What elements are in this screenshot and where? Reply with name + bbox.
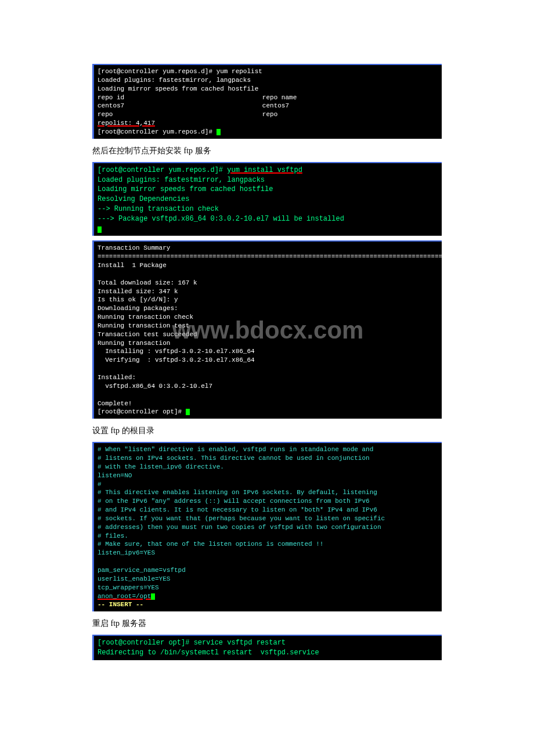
terminal-line: repo id repo name status xyxy=(98,94,442,101)
terminal-line: listen_ipv6=YES xyxy=(98,549,155,556)
terminal-line: [root@controller opt]# xyxy=(98,408,186,415)
narration-text: 然后在控制节点开始安装 ftp 服务 xyxy=(92,146,442,156)
terminal-line: vsftpd.x86_64 0:3.0.2-10.el7 xyxy=(98,383,212,390)
terminal-block-transaction: Transaction Summary ====================… xyxy=(92,240,442,419)
terminal-line: Loading mirror speeds from cached hostfi… xyxy=(98,85,258,92)
document-page: [root@controller yum.repos.d]# yum repol… xyxy=(0,0,534,688)
terminal-line: Complete! xyxy=(98,400,132,407)
terminal-block-install: [root@controller yum.repos.d]# yum insta… xyxy=(92,162,442,236)
terminal-line: [root@controller yum.repos.d]# yum repol… xyxy=(98,68,262,75)
terminal-line: # on the IPv6 "any" address (::) will ac… xyxy=(98,498,370,505)
terminal-line: [root@controller yum.repos.d]# yum insta… xyxy=(98,166,302,174)
terminal-line: Total download size: 167 k xyxy=(98,279,197,286)
terminal-line: Loaded plugins: fastestmirror, langpacks xyxy=(98,77,251,84)
terminal-line: tcp_wrappers=YES xyxy=(98,584,159,591)
terminal-line: ========================================… xyxy=(98,253,442,260)
terminal-line: Transaction test succeeded xyxy=(98,331,197,338)
terminal-line: # Make sure, that one of the listen opti… xyxy=(98,541,323,548)
terminal-line: # addresses) then you must run two copie… xyxy=(98,524,381,531)
terminal-line: anon_root=/opt xyxy=(98,593,151,600)
cursor-icon xyxy=(98,226,102,233)
terminal-line: Installed: xyxy=(98,374,136,381)
terminal-line: # When "listen" directive is enabled, vs… xyxy=(98,446,373,453)
cursor-icon xyxy=(151,593,155,600)
terminal-line: # sockets. If you want that (perhaps bec… xyxy=(98,515,385,522)
watermark-text: www.bdocx.com xyxy=(172,314,364,347)
terminal-block-repolist: [root@controller yum.repos.d]# yum repol… xyxy=(92,64,442,139)
cursor-icon xyxy=(186,409,190,415)
terminal-line: repo repo 694 xyxy=(98,111,442,118)
terminal-line: Running transaction test xyxy=(98,322,189,329)
terminal-line: # with the listen_ipv6 directive. xyxy=(98,463,224,470)
terminal-line: [root@controller opt]# service vsftpd re… xyxy=(98,639,286,647)
cursor-icon xyxy=(217,129,221,135)
terminal-line: centos7 centos7 3,723 xyxy=(98,102,442,109)
terminal-line: Loaded plugins: fastestmirror, langpacks xyxy=(98,176,265,184)
terminal-line: Verifying : vsftpd-3.0.2-10.el7.x86_64 1… xyxy=(98,357,442,363)
terminal-line: listen=NO xyxy=(98,472,132,479)
terminal-line: # listens on IPv4 sockets. This directiv… xyxy=(98,455,370,462)
terminal-line: [root@controller yum.repos.d]# xyxy=(98,128,217,135)
terminal-line: Running transaction check xyxy=(98,314,193,321)
terminal-line: Resolving Dependencies xyxy=(98,195,189,203)
insert-mode-indicator: -- INSERT -- xyxy=(98,601,143,608)
terminal-line: # This directive enables listening on IP… xyxy=(98,489,377,496)
terminal-block-restart: [root@controller opt]# service vsftpd re… xyxy=(92,635,442,660)
terminal-block-config: # When "listen" directive is enabled, vs… xyxy=(92,442,442,611)
terminal-line: Is this ok [y/d/N]: y xyxy=(98,296,178,303)
terminal-line: Running transaction xyxy=(98,340,170,347)
terminal-line: Downloading packages: xyxy=(98,305,178,312)
terminal-line: Installing : vsftpd-3.0.2-10.el7.x86_64 … xyxy=(98,348,442,355)
terminal-line: Redirecting to /bin/systemctl restart vs… xyxy=(98,649,319,657)
terminal-line: ---> Package vsftpd.x86_64 0:3.0.2-10.el… xyxy=(98,215,344,223)
terminal-line: userlist_enable=YES xyxy=(98,575,170,582)
terminal-line: # files. xyxy=(98,532,128,539)
terminal-line: Transaction Summary xyxy=(98,244,170,251)
terminal-line: Install 1 Package xyxy=(98,262,167,269)
terminal-line: Loading mirror speeds from cached hostfi… xyxy=(98,185,273,193)
narration-text: 设置 ftp 的根目录 xyxy=(92,426,442,436)
terminal-line: --> Running transaction check xyxy=(98,205,219,213)
terminal-line: Installed size: 347 k xyxy=(98,288,178,295)
terminal-line: # xyxy=(98,481,102,488)
terminal-line: # and IPv4 clients. It is not necessary … xyxy=(98,506,377,513)
narration-text: 重启 ftp 服务器 xyxy=(92,618,442,629)
terminal-line: repolist: 4,417 xyxy=(98,120,155,127)
terminal-line: pam_service_name=vsftpd xyxy=(98,567,186,574)
